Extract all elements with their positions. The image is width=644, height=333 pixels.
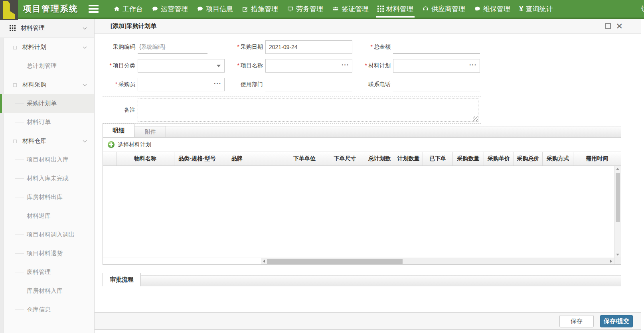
horizontal-scroll-thumb[interactable] (267, 259, 403, 264)
grid-col-header[interactable] (254, 152, 284, 166)
sidebar-tree: 材料计划 总计划管理 材料采购 采购计划单 材料订单 材料仓库 项目材料出入库 … (0, 38, 94, 319)
grid-col-header[interactable]: 采购方式 (543, 152, 573, 166)
dialog-bottom-edge (95, 330, 641, 333)
scroll-up-arrow-icon[interactable] (616, 168, 619, 170)
remark-textarea[interactable] (138, 99, 478, 122)
nav-item-materials[interactable]: 材料管理 (373, 0, 418, 18)
nav-item-operation[interactable]: 运营管理 (147, 0, 192, 18)
vertical-scroll-thumb[interactable] (616, 173, 620, 222)
select-material-plan-button[interactable]: 选择材料计划 (118, 141, 151, 148)
using-department-field[interactable] (265, 78, 352, 91)
chat-icon (197, 6, 203, 12)
project-category-select[interactable] (138, 59, 225, 73)
tab-detail[interactable]: 明细 (103, 124, 134, 137)
home-icon (113, 6, 120, 12)
save-button[interactable]: 保存 (559, 315, 594, 327)
add-purchase-plan-dialog: [添加]采购计划单 ✕ 采购编码 {系统编码} *采购日期 2021-09-24… (95, 19, 641, 333)
project-name-field[interactable]: ··· (265, 59, 352, 73)
tabstrip-background (103, 126, 621, 137)
nav-item-suppliers[interactable]: 供应商管理 (418, 0, 470, 18)
purchase-code-label: 采购编码 (103, 43, 138, 51)
nav-item-visa[interactable]: 签证管理 (328, 0, 373, 18)
approval-flow-content (95, 286, 641, 312)
sidebar-item-warehouse-info[interactable]: 仓库信息 (0, 300, 94, 319)
grid-col-header[interactable]: 计划数量 (394, 152, 423, 166)
purchaser-field[interactable]: ··· (138, 78, 225, 91)
tab-approval-flow[interactable]: 审批流程 (103, 273, 141, 286)
sidebar: 材料管理 材料计划 总计划管理 材料采购 采购计划单 材料订单 材料仓库 项目材… (0, 19, 95, 333)
sidebar-item-scrap-mgmt[interactable]: 废料管理 (0, 263, 94, 282)
purchase-code-field[interactable]: {系统编码} (138, 40, 207, 54)
grid-col-header[interactable]: 品类-规格-型号 (174, 152, 220, 166)
maximize-icon[interactable] (605, 23, 611, 29)
grid-col-header[interactable]: 采购总价 (514, 152, 543, 166)
top-navbar: 项目管理系统 工作台 运营管理 项目信息 措施管理 劳务管理 签证管理 材料管理… (0, 0, 644, 19)
sidebar-item-inbound-unfinished[interactable]: 材料入库未完成 (0, 169, 94, 188)
sidebar-root-materials[interactable]: 材料管理 (0, 19, 94, 38)
save-submit-button[interactable]: 保存/提交 (600, 315, 633, 327)
scrollbar-corner (614, 258, 621, 264)
sidebar-item-material-order[interactable]: 材料订单 (0, 113, 94, 132)
grid-body (103, 166, 621, 258)
horizontal-scrollbar-row (103, 258, 621, 264)
grid-col-header[interactable]: 需用时间 (573, 152, 621, 166)
purchase-plan-form: 采购编码 {系统编码} *采购日期 2021-09-24 *总金额 *项目分类 (95, 34, 641, 124)
horizontal-scrollbar[interactable] (261, 258, 614, 264)
sidebar-item-transfer-in-out[interactable]: 项目材料调入调出 (0, 225, 94, 244)
grid-col-header[interactable]: 总计划数 (365, 152, 394, 166)
nav-item-workbench[interactable]: 工作台 (109, 0, 147, 18)
grid-col-header[interactable]: 品牌 (220, 152, 254, 166)
nav-item-labor[interactable]: 劳务管理 (282, 0, 328, 18)
material-plan-label: *材料计划 (358, 62, 393, 69)
grid-col-header[interactable]: 下单单位 (284, 152, 325, 166)
grid-icon (377, 6, 384, 12)
chevron-down-icon (82, 45, 87, 50)
sidebar-item-material-purchase[interactable]: 材料采购 (0, 75, 94, 94)
total-amount-field[interactable] (393, 40, 480, 54)
contact-phone-field[interactable] (393, 78, 480, 91)
ellipsis-trigger-icon[interactable]: ··· (469, 61, 477, 69)
tab-attachment[interactable]: 附件 (135, 126, 166, 137)
sidebar-item-material-warehouse[interactable]: 材料仓库 (0, 132, 94, 150)
chevron-down-icon (82, 138, 87, 144)
grid-col-header[interactable]: 采购数量 (453, 152, 484, 166)
scroll-down-arrow-icon[interactable] (616, 254, 619, 256)
sidebar-item-material-return-goods[interactable]: 项目材料退货 (0, 244, 94, 263)
ellipsis-trigger-icon[interactable]: ··· (342, 61, 349, 69)
sidebar-item-warehouse-outbound[interactable]: 库房材料出库 (0, 188, 94, 207)
sidebar-item-project-material-in-out[interactable]: 项目材料出入库 (0, 150, 94, 169)
grid-col-header[interactable]: 已下单 (423, 152, 453, 166)
grid-col-header[interactable]: 采购单价 (484, 152, 514, 166)
nav-item-project-info[interactable]: 项目信息 (192, 0, 237, 18)
material-plan-field[interactable]: ··· (393, 59, 480, 73)
vertical-scrollbar[interactable] (614, 166, 621, 258)
resize-handle-icon[interactable] (473, 116, 478, 121)
nav-item-maintenance[interactable]: 维保管理 (470, 0, 515, 18)
sidebar-item-purchase-plan-order[interactable]: 采购计划单 (0, 94, 94, 113)
scroll-left-arrow-icon[interactable] (263, 260, 265, 263)
chevron-down-icon (82, 82, 87, 87)
grid-toolbar: 选择材料计划 (103, 138, 621, 152)
select-arrow-icon[interactable] (217, 65, 221, 67)
purchase-date-field[interactable]: 2021-09-24 (265, 40, 352, 54)
grid-col-header[interactable]: 物料名称 (117, 152, 174, 166)
sidebar-item-material-return-store[interactable]: 材料退库 (0, 207, 94, 225)
sidebar-item-material-plan[interactable]: 材料计划 (0, 38, 94, 57)
project-category-label: *项目分类 (103, 62, 138, 69)
close-icon[interactable]: ✕ (616, 23, 623, 29)
grid-col-header[interactable]: 下单尺寸 (325, 152, 365, 166)
add-plus-icon[interactable] (108, 141, 115, 148)
ellipsis-trigger-icon[interactable]: ··· (214, 80, 221, 87)
scroll-right-arrow-icon[interactable] (610, 260, 612, 263)
sidebar-item-warehouse-inbound[interactable]: 库房材料入库 (0, 282, 94, 300)
users-icon (332, 6, 339, 12)
logo-shape (3, 1, 15, 19)
sidebar-item-total-plan-mgmt[interactable]: 总计划管理 (0, 57, 94, 75)
chat-icon (474, 6, 481, 12)
nav-item-query-stats[interactable]: ¥ 查询统计 (515, 0, 557, 18)
grid-col-header[interactable] (103, 152, 117, 166)
nav-item-measures[interactable]: 措施管理 (237, 0, 282, 18)
lock-screen-link[interactable]: 锁 (641, 5, 644, 13)
project-name-label: *项目名称 (230, 62, 265, 69)
menu-toggle-icon[interactable] (89, 5, 99, 13)
